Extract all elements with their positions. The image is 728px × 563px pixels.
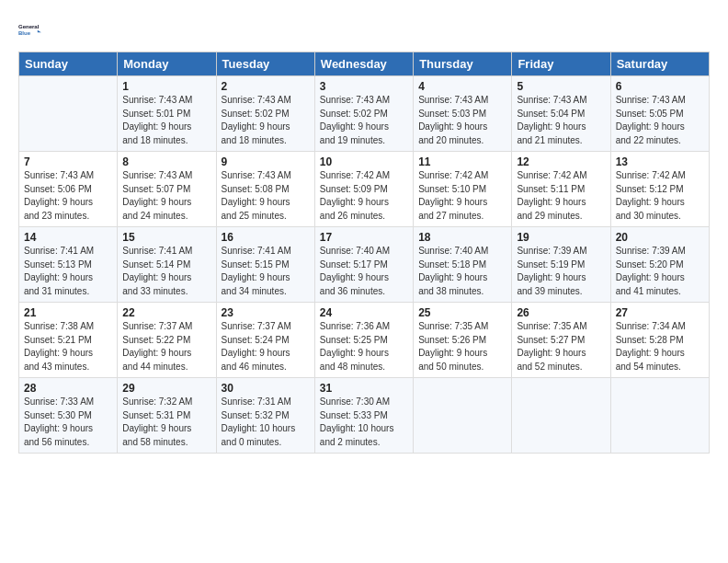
day-info: Sunrise: 7:38 AM Sunset: 5:21 PM Dayligh…	[24, 320, 112, 373]
calendar-cell: 10Sunrise: 7:42 AM Sunset: 5:09 PM Dayli…	[314, 152, 413, 227]
day-number: 17	[320, 231, 408, 244]
calendar-cell: 27Sunrise: 7:34 AM Sunset: 5:28 PM Dayli…	[610, 303, 709, 378]
day-number: 2	[222, 80, 310, 93]
calendar-week-row: 21Sunrise: 7:38 AM Sunset: 5:21 PM Dayli…	[19, 303, 710, 378]
calendar-cell: 5Sunrise: 7:43 AM Sunset: 5:04 PM Daylig…	[512, 76, 610, 152]
day-number: 6	[616, 80, 704, 93]
day-number: 5	[517, 80, 605, 93]
day-number: 22	[122, 306, 210, 319]
day-info: Sunrise: 7:43 AM Sunset: 5:02 PM Dayligh…	[320, 94, 408, 147]
page-header: GeneralBlue	[18, 17, 710, 42]
day-number: 4	[418, 80, 506, 93]
calendar-cell: 8Sunrise: 7:43 AM Sunset: 5:07 PM Daylig…	[118, 152, 216, 227]
calendar-week-row: 1Sunrise: 7:43 AM Sunset: 5:01 PM Daylig…	[19, 76, 710, 152]
calendar-table: SundayMondayTuesdayWednesdayThursdayFrid…	[18, 52, 710, 454]
day-info: Sunrise: 7:42 AM Sunset: 5:12 PM Dayligh…	[616, 169, 704, 223]
calendar-cell: 6Sunrise: 7:43 AM Sunset: 5:05 PM Daylig…	[610, 76, 709, 152]
day-info: Sunrise: 7:40 AM Sunset: 5:17 PM Dayligh…	[320, 245, 408, 298]
calendar-cell: 7Sunrise: 7:43 AM Sunset: 5:06 PM Daylig…	[19, 152, 118, 227]
calendar-cell	[610, 378, 709, 454]
day-info: Sunrise: 7:37 AM Sunset: 5:22 PM Dayligh…	[122, 320, 210, 373]
calendar-cell: 17Sunrise: 7:40 AM Sunset: 5:17 PM Dayli…	[314, 227, 413, 303]
day-info: Sunrise: 7:41 AM Sunset: 5:15 PM Dayligh…	[222, 245, 310, 298]
day-info: Sunrise: 7:43 AM Sunset: 5:07 PM Dayligh…	[122, 169, 210, 223]
calendar-cell: 26Sunrise: 7:35 AM Sunset: 5:27 PM Dayli…	[512, 303, 610, 378]
logo: GeneralBlue	[18, 17, 44, 42]
day-number: 25	[418, 306, 506, 319]
calendar-cell: 13Sunrise: 7:42 AM Sunset: 5:12 PM Dayli…	[610, 152, 709, 227]
day-info: Sunrise: 7:43 AM Sunset: 5:05 PM Dayligh…	[616, 94, 704, 147]
calendar-cell: 12Sunrise: 7:42 AM Sunset: 5:11 PM Dayli…	[512, 152, 610, 227]
day-info: Sunrise: 7:41 AM Sunset: 5:14 PM Dayligh…	[122, 245, 210, 298]
day-number: 12	[517, 155, 605, 168]
calendar-cell	[512, 378, 610, 454]
day-info: Sunrise: 7:42 AM Sunset: 5:10 PM Dayligh…	[418, 169, 506, 223]
day-number: 23	[222, 306, 310, 319]
day-number: 18	[418, 231, 506, 244]
calendar-cell: 14Sunrise: 7:41 AM Sunset: 5:13 PM Dayli…	[19, 227, 118, 303]
calendar-cell: 31Sunrise: 7:30 AM Sunset: 5:33 PM Dayli…	[314, 378, 413, 454]
day-info: Sunrise: 7:36 AM Sunset: 5:25 PM Dayligh…	[320, 320, 408, 373]
day-number: 29	[122, 382, 210, 395]
day-info: Sunrise: 7:43 AM Sunset: 5:06 PM Dayligh…	[24, 169, 112, 223]
calendar-cell	[19, 76, 118, 152]
day-number: 11	[418, 155, 506, 168]
calendar-cell: 3Sunrise: 7:43 AM Sunset: 5:02 PM Daylig…	[314, 76, 413, 152]
day-info: Sunrise: 7:40 AM Sunset: 5:18 PM Dayligh…	[418, 245, 506, 298]
calendar-cell: 4Sunrise: 7:43 AM Sunset: 5:03 PM Daylig…	[414, 76, 512, 152]
day-number: 10	[320, 155, 408, 168]
calendar-cell: 21Sunrise: 7:38 AM Sunset: 5:21 PM Dayli…	[19, 303, 118, 378]
day-info: Sunrise: 7:35 AM Sunset: 5:27 PM Dayligh…	[517, 320, 605, 373]
day-info: Sunrise: 7:39 AM Sunset: 5:20 PM Dayligh…	[616, 245, 704, 298]
svg-text:General: General	[18, 24, 40, 29]
day-info: Sunrise: 7:42 AM Sunset: 5:11 PM Dayligh…	[517, 169, 605, 223]
calendar-cell: 19Sunrise: 7:39 AM Sunset: 5:19 PM Dayli…	[512, 227, 610, 303]
calendar-cell: 16Sunrise: 7:41 AM Sunset: 5:15 PM Dayli…	[216, 227, 314, 303]
header-day-monday: Monday	[118, 52, 216, 76]
day-info: Sunrise: 7:41 AM Sunset: 5:13 PM Dayligh…	[24, 245, 112, 298]
day-number: 21	[24, 306, 112, 319]
day-number: 28	[24, 382, 112, 395]
calendar-cell: 11Sunrise: 7:42 AM Sunset: 5:10 PM Dayli…	[414, 152, 512, 227]
calendar-cell: 24Sunrise: 7:36 AM Sunset: 5:25 PM Dayli…	[314, 303, 413, 378]
calendar-header-row: SundayMondayTuesdayWednesdayThursdayFrid…	[19, 52, 710, 76]
calendar-cell: 22Sunrise: 7:37 AM Sunset: 5:22 PM Dayli…	[118, 303, 216, 378]
calendar-cell: 9Sunrise: 7:43 AM Sunset: 5:08 PM Daylig…	[216, 152, 314, 227]
day-number: 20	[616, 231, 704, 244]
day-info: Sunrise: 7:31 AM Sunset: 5:32 PM Dayligh…	[222, 396, 310, 449]
day-info: Sunrise: 7:35 AM Sunset: 5:26 PM Dayligh…	[418, 320, 506, 373]
header-day-thursday: Thursday	[414, 52, 512, 76]
calendar-cell: 1Sunrise: 7:43 AM Sunset: 5:01 PM Daylig…	[118, 76, 216, 152]
calendar-cell: 2Sunrise: 7:43 AM Sunset: 5:02 PM Daylig…	[216, 76, 314, 152]
logo-icon: GeneralBlue	[18, 17, 44, 42]
day-number: 8	[122, 155, 210, 168]
day-number: 30	[222, 382, 310, 395]
calendar-cell: 15Sunrise: 7:41 AM Sunset: 5:14 PM Dayli…	[118, 227, 216, 303]
day-number: 3	[320, 80, 408, 93]
day-info: Sunrise: 7:34 AM Sunset: 5:28 PM Dayligh…	[616, 320, 704, 373]
day-info: Sunrise: 7:32 AM Sunset: 5:31 PM Dayligh…	[122, 396, 210, 449]
day-info: Sunrise: 7:43 AM Sunset: 5:08 PM Dayligh…	[222, 169, 310, 223]
calendar-page: GeneralBlue SundayMondayTuesdayWednesday…	[0, 0, 728, 463]
calendar-week-row: 7Sunrise: 7:43 AM Sunset: 5:06 PM Daylig…	[19, 152, 710, 227]
calendar-week-row: 28Sunrise: 7:33 AM Sunset: 5:30 PM Dayli…	[19, 378, 710, 454]
calendar-cell: 25Sunrise: 7:35 AM Sunset: 5:26 PM Dayli…	[414, 303, 512, 378]
day-info: Sunrise: 7:43 AM Sunset: 5:03 PM Dayligh…	[418, 94, 506, 147]
day-number: 24	[320, 306, 408, 319]
calendar-cell	[414, 378, 512, 454]
day-number: 7	[24, 155, 112, 168]
calendar-cell: 28Sunrise: 7:33 AM Sunset: 5:30 PM Dayli…	[19, 378, 118, 454]
calendar-cell: 29Sunrise: 7:32 AM Sunset: 5:31 PM Dayli…	[118, 378, 216, 454]
day-number: 16	[222, 231, 310, 244]
calendar-cell: 23Sunrise: 7:37 AM Sunset: 5:24 PM Dayli…	[216, 303, 314, 378]
day-info: Sunrise: 7:42 AM Sunset: 5:09 PM Dayligh…	[320, 169, 408, 223]
day-number: 1	[122, 80, 210, 93]
day-info: Sunrise: 7:43 AM Sunset: 5:01 PM Dayligh…	[122, 94, 210, 147]
svg-marker-2	[38, 30, 41, 32]
day-info: Sunrise: 7:33 AM Sunset: 5:30 PM Dayligh…	[24, 396, 112, 449]
day-number: 15	[122, 231, 210, 244]
day-number: 13	[616, 155, 704, 168]
calendar-week-row: 14Sunrise: 7:41 AM Sunset: 5:13 PM Dayli…	[19, 227, 710, 303]
day-info: Sunrise: 7:39 AM Sunset: 5:19 PM Dayligh…	[517, 245, 605, 298]
calendar-cell: 18Sunrise: 7:40 AM Sunset: 5:18 PM Dayli…	[414, 227, 512, 303]
